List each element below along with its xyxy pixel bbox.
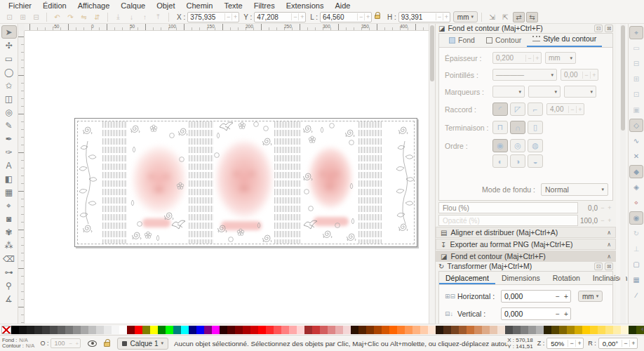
palette-swatch[interactable] [19,326,27,334]
snap-grids-button[interactable]: ▦ [629,273,643,286]
x-minus-button[interactable]: − [224,13,232,20]
y-plus-button[interactable]: + [298,13,305,20]
flip-vertical-button[interactable]: ⇵ [91,12,103,22]
x-field[interactable]: 375,935 − + [187,12,239,22]
order-smf-button[interactable]: ◑ [510,154,525,168]
height-minus-button[interactable]: − [436,13,443,20]
marker-end-dropdown[interactable]: ▾ [564,86,596,98]
palette-swatch[interactable] [389,326,397,334]
move-gradients-toggle-button[interactable]: ⇄ [513,12,525,22]
height-value[interactable]: 93,391 [399,13,436,21]
tab-style-du-contour[interactable]: Style du contour [527,32,602,47]
palette-swatch[interactable] [104,326,112,334]
object-opacity-field[interactable]: 100 − + [51,338,81,348]
palette-swatch[interactable] [189,326,196,334]
select-all-layers-button[interactable]: ⊞ [17,12,29,22]
selector-tool[interactable]: ➤ [1,25,17,39]
palette-swatch[interactable] [320,326,328,334]
stroke-width-minus[interactable]: − [525,55,533,62]
layer-dropdown[interactable]: Calque 1 ▾ [117,338,168,350]
palette-swatch[interactable] [50,326,58,334]
tab-rotation[interactable]: Rotation [546,272,586,284]
document-page[interactable] [74,118,417,247]
star-tool[interactable]: ✩ [1,79,17,92]
palette-swatch[interactable] [281,326,289,334]
lower-to-bottom-button[interactable]: ⤓ [112,12,124,22]
palette-swatch[interactable] [266,326,274,334]
snap-bbox-midpoints-button[interactable]: ⊡ [629,88,643,101]
palette-swatch[interactable] [559,326,567,334]
cap-square-button[interactable]: ▯ [528,121,543,134]
object-opacity-plus[interactable]: + [74,340,80,347]
menu-aide[interactable]: Aide [329,1,356,11]
palette-swatch[interactable] [250,326,258,334]
snap-bbox-edges-button[interactable]: ⊟ [629,57,643,70]
dash-offset-value[interactable]: 0,00 [561,71,582,79]
palette-swatch[interactable] [551,326,559,334]
stroke-width-field[interactable]: 0,200 − + [492,52,542,64]
miter-limit-plus[interactable]: + [576,106,584,113]
palette-swatch[interactable] [497,326,505,334]
height-plus-button[interactable]: + [443,13,450,20]
palette-swatch[interactable] [274,326,281,334]
node-editor-tool[interactable]: ✣ [1,39,17,52]
tab-contour[interactable]: Contour [481,34,527,47]
palette-swatch[interactable] [135,326,142,334]
dash-offset-minus[interactable]: − [582,72,590,79]
tab-inclinaison[interactable]: Inclinaison [586,272,634,284]
menu-calque[interactable]: Calque [115,1,151,11]
palette-swatch[interactable] [220,326,227,334]
width-minus-button[interactable]: − [357,13,364,20]
palette-swatch[interactable] [505,326,513,334]
menu-affichage[interactable]: Affichage [72,1,116,11]
palette-swatch[interactable] [150,326,158,334]
palette-swatch[interactable] [405,326,412,334]
dock-header-fill-stroke[interactable]: ◪Fond et contour (Maj+Ctrl+F)∧ [436,251,616,262]
zoom-field[interactable]: 50% − + [546,338,584,349]
snap-page-border-button[interactable]: ▢ [629,258,643,271]
palette-swatch[interactable] [42,326,50,334]
menu-fichier[interactable]: Fichier [3,1,37,11]
miter-limit-minus[interactable]: − [568,106,576,113]
snap-paths-button[interactable]: ∿ [629,134,643,147]
palette-swatch[interactable] [374,326,382,334]
rotation-plus[interactable]: + [629,340,637,347]
snap-nodes-button[interactable]: ◇ [629,119,643,132]
y-minus-button[interactable]: − [291,13,298,20]
panel-minimize-button[interactable]: ⊡ [594,25,603,32]
fill-stroke-indicator[interactable]: Fond :N/A Contour :N/A [2,338,34,349]
palette-swatch[interactable] [166,326,173,334]
dash-pattern-dropdown[interactable]: ————▾ [492,69,557,81]
palette-swatch[interactable] [204,326,212,334]
horizontal-value[interactable]: 0,000 [502,292,554,300]
miter-limit-field[interactable]: 4,00 − + [546,103,584,115]
palette-swatch[interactable] [11,326,19,334]
scale-stroke-toggle-button[interactable]: ⇲ [486,12,498,22]
canvas[interactable] [25,31,429,324]
palette-swatch[interactable] [436,326,443,334]
horizontal-plus[interactable]: + [562,293,570,300]
palette-swatch[interactable] [397,326,405,334]
vertical-field[interactable]: 0,000 − + [501,307,571,320]
menu-texte[interactable]: Texte [218,1,248,11]
order-msf-button[interactable]: ◒ [528,154,543,168]
palette-swatch[interactable] [567,326,575,334]
order-sfm-button[interactable]: ◎ [510,139,525,152]
opacity-value[interactable]: 100,0 [578,217,599,225]
palette-swatch[interactable] [343,326,351,334]
rotation-value[interactable]: 0,00° [599,340,622,347]
snap-bbox-button[interactable]: ▭ [629,41,643,55]
paint-bucket-tool[interactable]: ◙ [1,212,17,225]
stroke-width-unit-dropdown[interactable]: mm▾ [545,52,576,64]
layer-lock-icon[interactable] [104,342,110,347]
rotate-ccw-button[interactable]: ↶ [51,12,63,22]
move-patterns-toggle-button[interactable]: ⇆ [526,12,538,22]
palette-swatch[interactable] [521,326,528,334]
transform-unit-dropdown[interactable]: mm▾ [578,291,603,302]
palette-swatch[interactable] [34,326,42,334]
palette-swatch[interactable] [536,326,544,334]
palette-swatch[interactable] [212,326,220,334]
join-miter-button[interactable]: ⌐ [528,102,543,116]
x-plus-button[interactable]: + [232,13,239,20]
palette-swatch[interactable] [142,326,150,334]
